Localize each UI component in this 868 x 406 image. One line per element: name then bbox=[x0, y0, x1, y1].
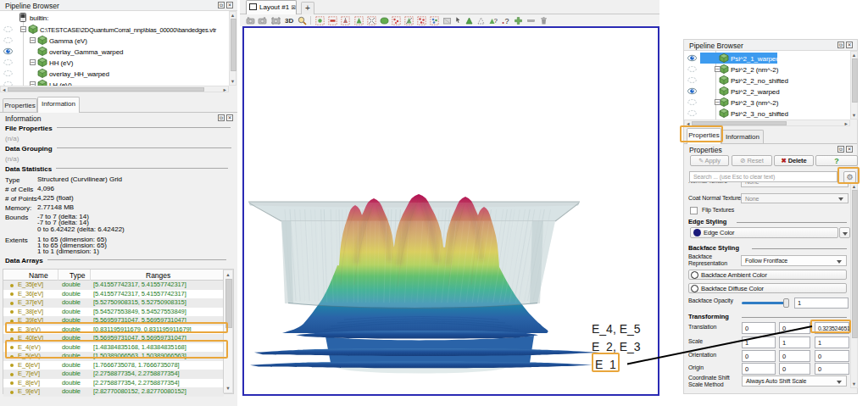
svg-text:?: ? bbox=[505, 17, 509, 25]
svg-text:?: ? bbox=[494, 17, 498, 25]
